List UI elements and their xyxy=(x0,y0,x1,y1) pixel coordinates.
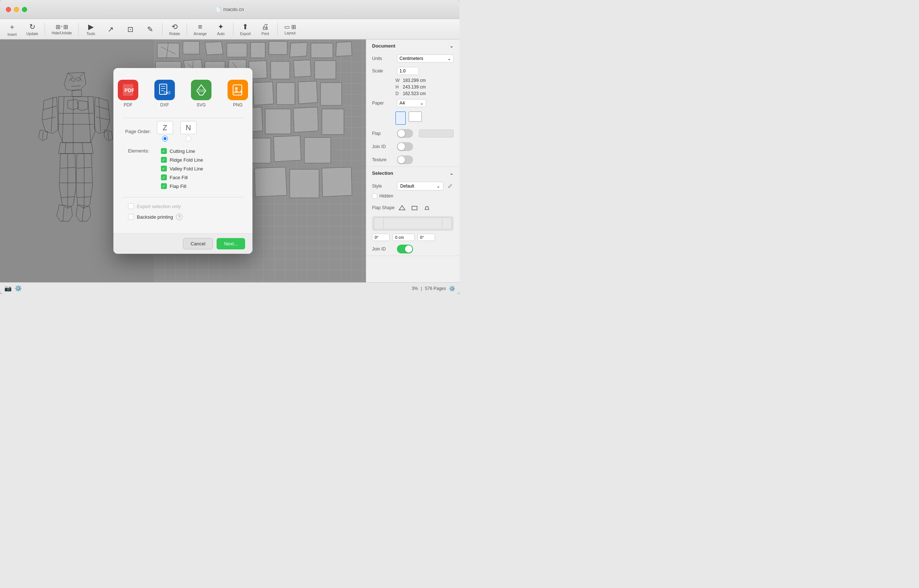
export-label: Export xyxy=(240,32,251,36)
z-order-radio[interactable] xyxy=(162,136,168,142)
next-button[interactable]: Next... xyxy=(217,238,245,249)
hidden-checkbox[interactable] xyxy=(372,194,377,199)
format-pdf[interactable]: PDF PDF xyxy=(113,77,143,110)
n-order-icon[interactable]: N xyxy=(180,121,196,134)
triangle-shape-btn[interactable] xyxy=(397,203,407,212)
page-order-options: Z N xyxy=(157,121,196,142)
modal-sep-2 xyxy=(122,197,244,197)
valley-fold-checkbox[interactable]: ✓ xyxy=(161,166,167,171)
help-icon[interactable]: ? xyxy=(176,213,183,220)
maximize-button[interactable] xyxy=(22,7,27,12)
join-id-2-toggle[interactable] xyxy=(397,245,413,254)
flap-knob xyxy=(398,130,405,137)
document-section-header[interactable]: Document ⌄ xyxy=(366,39,460,52)
canvas-area[interactable]: PDF PDF xyxy=(0,39,366,282)
svg-text:SVG: SVG xyxy=(198,89,206,93)
minimize-button[interactable] xyxy=(14,7,19,12)
pencil-icon xyxy=(447,184,453,189)
tools-pen-button[interactable]: ✎ xyxy=(141,23,159,35)
sep-status: | xyxy=(421,286,422,291)
paper-value: A4 xyxy=(400,100,405,106)
zoom-level: 3% xyxy=(412,286,418,291)
units-select[interactable]: Centimeters ⌄ xyxy=(397,55,454,63)
n-order-radio[interactable] xyxy=(186,136,191,142)
texture-toggle[interactable] xyxy=(397,155,413,164)
rect-shape-btn[interactable] xyxy=(410,203,419,212)
layout-button[interactable]: ▭ ⊞ Layout xyxy=(281,22,299,37)
trapezoid-shape-btn[interactable] xyxy=(422,203,432,212)
export-sel-checkbox[interactable] xyxy=(128,203,134,209)
style-edit-icon[interactable] xyxy=(447,183,454,190)
hide-unhide-button[interactable]: ⊞ • ⊞ Hide/Unhide xyxy=(48,22,75,37)
cancel-button[interactable]: Cancel xyxy=(183,238,213,249)
close-button[interactable] xyxy=(6,7,11,12)
join-id-knob xyxy=(398,143,405,150)
units-label: Units xyxy=(372,56,394,61)
dxf-svg: DXF xyxy=(159,83,170,97)
flap-preview-box xyxy=(372,216,454,231)
paper-landscape-icon[interactable] xyxy=(409,111,422,122)
settings-icon[interactable]: ⚙️ xyxy=(15,285,22,292)
flap-row: Flap xyxy=(366,127,460,140)
flap-fill-checkbox[interactable]: ✓ xyxy=(161,183,167,189)
tools-node-button[interactable]: ⊡ xyxy=(121,23,139,35)
svg-marker-110 xyxy=(399,205,405,210)
ridge-fold-checkbox[interactable]: ✓ xyxy=(161,157,167,163)
pages-count: 576 Pages xyxy=(425,286,446,291)
join-id-toggle[interactable] xyxy=(397,142,413,151)
dxf-label: DXF xyxy=(160,102,169,108)
pdf-svg: PDF xyxy=(122,83,134,97)
svg-marker-109 xyxy=(233,90,243,93)
update-button[interactable]: ↻ Update xyxy=(23,21,42,37)
rotate-label: Rotate xyxy=(169,32,180,36)
camera-icon[interactable]: 📷 xyxy=(4,285,12,292)
page-order-label: Page Order: xyxy=(125,129,151,134)
format-svg[interactable]: SVG SVG xyxy=(186,77,216,110)
print-button[interactable]: 🖨 Print xyxy=(256,21,274,37)
join-id-row: Join ID xyxy=(366,140,460,153)
arrange-icon: ≡ xyxy=(198,23,202,31)
format-dxf[interactable]: DXF DXF xyxy=(150,77,179,110)
style-select[interactable]: Default ⌄ xyxy=(397,182,443,191)
insert-button[interactable]: ＋ Insert xyxy=(3,21,21,38)
statusbar-gear[interactable]: ⚙️ xyxy=(449,286,455,291)
selection-section-header[interactable]: Selection ⌄ xyxy=(366,167,460,179)
export-icon: ⬆ xyxy=(242,22,248,31)
angle-2-input[interactable]: 0° xyxy=(417,234,435,241)
paper-portrait-icon[interactable] xyxy=(395,111,406,125)
auto-icon: ✦ xyxy=(218,22,224,31)
flap-toggle[interactable] xyxy=(397,129,413,138)
format-png[interactable]: PNG xyxy=(223,77,252,110)
app-window: 📄 macdo.cn ＋ Insert ↻ Update ⊞ • ⊞ Hide/… xyxy=(0,0,460,294)
hide-unhide-label: Hide/Unhide xyxy=(52,31,72,35)
face-fill-checkbox[interactable]: ✓ xyxy=(161,174,167,180)
backside-checkbox[interactable] xyxy=(128,214,134,220)
export-modal: PDF PDF xyxy=(113,68,252,254)
w-value: 183.299 cm xyxy=(403,78,454,83)
offset-input[interactable]: 0 cm xyxy=(393,234,414,241)
page-order-n[interactable]: N xyxy=(180,121,196,142)
z-order-icon[interactable]: Z xyxy=(157,121,173,134)
sep-5 xyxy=(233,23,233,36)
export-button[interactable]: ⬆ Export xyxy=(236,21,255,37)
svg-text:DXF: DXF xyxy=(164,91,170,95)
tools-arrow-button[interactable]: ↗ xyxy=(101,23,120,35)
export-sel-row: Export selection only xyxy=(122,200,244,212)
rect-shape-icon xyxy=(411,204,418,211)
modal-footer: Cancel Next... xyxy=(113,233,252,254)
page-order-z[interactable]: Z xyxy=(157,121,173,142)
element-valley-fold: ✓ Valley Fold Line xyxy=(155,165,204,172)
scale-label: Scale xyxy=(372,68,394,73)
valley-fold-label: Valley Fold Line xyxy=(170,166,204,171)
scale-input[interactable]: 1.0 xyxy=(397,67,419,75)
auto-button[interactable]: ✦ Auto xyxy=(212,21,230,37)
sep-6 xyxy=(277,23,278,36)
svg-rect-111 xyxy=(412,206,417,210)
elements-list: ✓ Cutting Line ✓ Ridge Fold Line ✓ xyxy=(155,147,204,190)
angle-1-input[interactable]: 0° xyxy=(372,234,390,241)
paper-select[interactable]: A4 ⌄ xyxy=(397,99,426,107)
rotate-button[interactable]: ⟲ Rotate xyxy=(165,21,184,37)
arrange-button[interactable]: ≡ Arrange xyxy=(190,21,210,37)
cutting-line-checkbox[interactable]: ✓ xyxy=(161,148,167,154)
tools-select-button[interactable]: ▶ Tools xyxy=(82,21,100,37)
